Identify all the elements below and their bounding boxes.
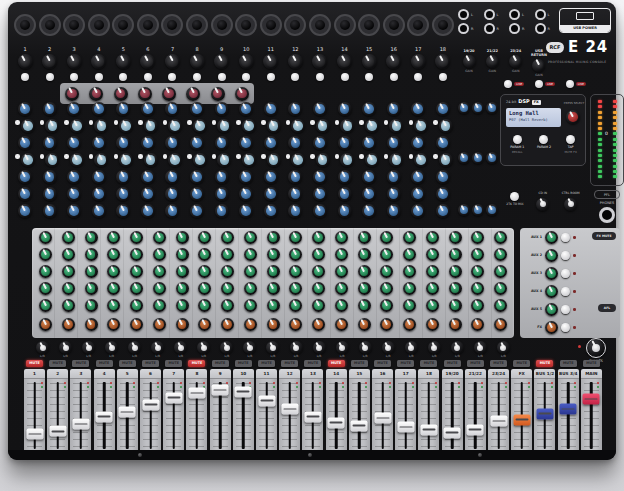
eq-hf-knob[interactable] — [215, 102, 229, 116]
aux-solo-button[interactable] — [561, 287, 570, 296]
eq-lf-knob[interactable] — [338, 187, 352, 201]
eq-bell-button[interactable] — [15, 120, 20, 125]
eq-hf-knob[interactable] — [165, 102, 179, 116]
aux2-send-knob[interactable] — [176, 248, 189, 261]
eq-himid-gain-knob[interactable] — [67, 136, 81, 150]
fader-handle[interactable] — [560, 404, 577, 415]
eq-himid-freq-knob[interactable] — [267, 119, 281, 133]
eq-hf-knob[interactable] — [92, 102, 106, 116]
eq-himid-freq-knob[interactable] — [340, 119, 354, 133]
gain-knob[interactable] — [140, 54, 155, 69]
eq-himid-gain-knob[interactable] — [215, 136, 229, 150]
aux5-send-knob[interactable] — [471, 299, 484, 312]
stereo-eq-lf-knob[interactable] — [458, 204, 470, 216]
eq-lf2-knob[interactable] — [18, 204, 32, 218]
eq-lf2-knob[interactable] — [116, 204, 130, 218]
eq-bell-button[interactable] — [89, 154, 94, 159]
stereo-gain-knob[interactable] — [532, 59, 545, 72]
line-select-button[interactable] — [535, 80, 543, 88]
aux3-send-knob[interactable] — [198, 265, 211, 278]
pan-knob[interactable] — [220, 341, 233, 354]
pan-knob[interactable] — [36, 341, 49, 354]
aux4-send-knob[interactable] — [380, 282, 393, 295]
stereo-gain-knob[interactable] — [463, 55, 476, 68]
eq-hf-knob[interactable] — [411, 102, 425, 116]
mute-button[interactable]: MUTE — [328, 360, 345, 367]
aux4-send-knob[interactable] — [153, 282, 166, 295]
aux4-send-knob[interactable] — [449, 282, 462, 295]
aux5-send-knob[interactable] — [449, 299, 462, 312]
eq-hf-knob[interactable] — [67, 102, 81, 116]
eq-hf-knob[interactable] — [18, 102, 32, 116]
eq-lomid-freq-knob[interactable] — [45, 153, 59, 167]
eq-himid-freq-knob[interactable] — [144, 119, 158, 133]
eq-lomid-gain-knob[interactable] — [116, 170, 130, 184]
aux4-send-knob[interactable] — [335, 282, 348, 295]
eq-himid-gain-knob[interactable] — [411, 136, 425, 150]
aux1-send-knob[interactable] — [198, 231, 211, 244]
fader-handle[interactable] — [49, 426, 66, 437]
eq-hf-knob[interactable] — [338, 102, 352, 116]
eq-lomid-freq-knob[interactable] — [94, 153, 108, 167]
aux4-send-knob[interactable] — [267, 282, 280, 295]
eq-bell-button[interactable] — [163, 154, 168, 159]
eq-lf-knob[interactable] — [264, 187, 278, 201]
eq-lf-knob[interactable] — [165, 187, 179, 201]
aux2-send-knob[interactable] — [130, 248, 143, 261]
eq-lomid-freq-knob[interactable] — [168, 153, 182, 167]
mute-button[interactable]: MUTE — [142, 360, 159, 367]
aux3-send-knob[interactable] — [39, 265, 52, 278]
fader-handle[interactable] — [467, 424, 484, 435]
eq-lomid-freq-knob[interactable] — [291, 153, 305, 167]
pan-knob[interactable] — [197, 341, 210, 354]
lowcut-button[interactable] — [365, 73, 373, 81]
aux-solo-button[interactable] — [561, 251, 570, 260]
aux5-send-knob[interactable] — [176, 299, 189, 312]
pan-knob[interactable] — [105, 341, 118, 354]
fx-send-knob[interactable] — [130, 318, 143, 331]
aux3-send-knob[interactable] — [312, 265, 325, 278]
lowcut-button[interactable] — [242, 73, 250, 81]
fx-send-knob[interactable] — [312, 318, 325, 331]
eq-lf2-knob[interactable] — [288, 204, 302, 218]
eq-bell-button[interactable] — [236, 154, 241, 159]
eq-lf-knob[interactable] — [313, 187, 327, 201]
eq-lomid-freq-knob[interactable] — [316, 153, 330, 167]
afl-button[interactable]: AFL — [598, 304, 616, 312]
mute-button[interactable]: MUTE — [235, 360, 252, 367]
comp-knob[interactable] — [138, 87, 152, 101]
eq-bell-button[interactable] — [64, 154, 69, 159]
eq-hf-knob[interactable] — [436, 102, 450, 116]
pan-knob[interactable] — [474, 341, 487, 354]
aux2-send-knob[interactable] — [85, 248, 98, 261]
eq-lomid-freq-knob[interactable] — [389, 153, 403, 167]
lowcut-button[interactable] — [414, 73, 422, 81]
eq-himid-gain-knob[interactable] — [165, 136, 179, 150]
aux-solo-button[interactable] — [561, 269, 570, 278]
eq-lf2-knob[interactable] — [239, 204, 253, 218]
aux3-send-knob[interactable] — [471, 265, 484, 278]
aux2-send-knob[interactable] — [426, 248, 439, 261]
aux4-send-knob[interactable] — [244, 282, 257, 295]
eq-lomid-gain-knob[interactable] — [288, 170, 302, 184]
fx-send-knob[interactable] — [85, 318, 98, 331]
eq-hf-knob[interactable] — [288, 102, 302, 116]
fader-handle[interactable] — [420, 424, 437, 435]
eq-bell-button[interactable] — [212, 120, 217, 125]
eq-bell-button[interactable] — [212, 154, 217, 159]
aux1-send-knob[interactable] — [335, 231, 348, 244]
gain-knob[interactable] — [91, 54, 106, 69]
eq-lomid-freq-knob[interactable] — [217, 153, 231, 167]
fx-send-knob[interactable] — [267, 318, 280, 331]
eq-bell-button[interactable] — [261, 154, 266, 159]
aux4-send-knob[interactable] — [494, 282, 507, 295]
fader-handle[interactable] — [119, 407, 136, 418]
gain-knob[interactable] — [312, 54, 327, 69]
pan-knob[interactable] — [428, 341, 441, 354]
dsp-param-button[interactable] — [539, 135, 548, 144]
pan-knob[interactable] — [128, 341, 141, 354]
aux3-send-knob[interactable] — [244, 265, 257, 278]
pan-knob[interactable] — [451, 341, 464, 354]
aux1-send-knob[interactable] — [107, 231, 120, 244]
eq-lf-knob[interactable] — [141, 187, 155, 201]
